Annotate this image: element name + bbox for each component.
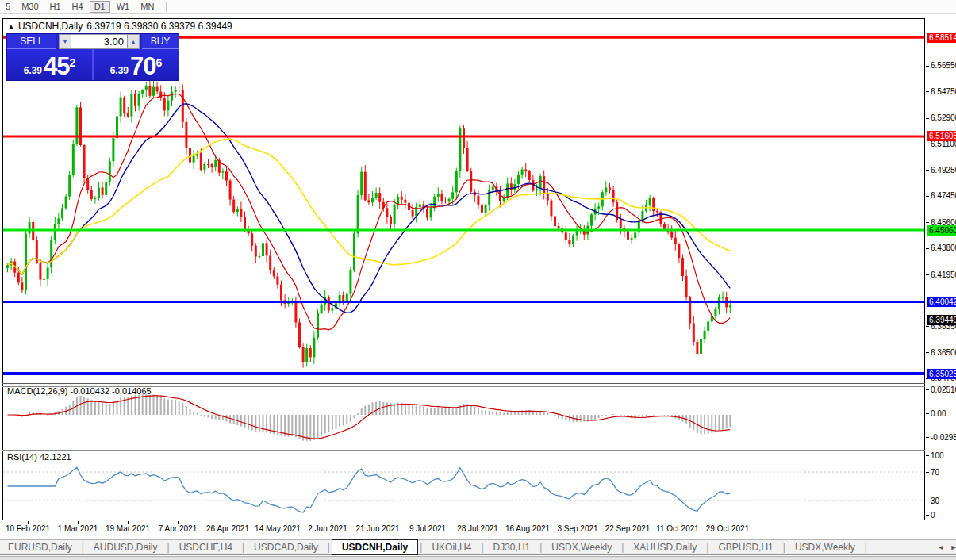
price-tick-label: 6.47450 (931, 191, 956, 200)
sell-price-big: 45 (44, 54, 69, 79)
rsi-level-label: 100 (931, 451, 956, 460)
price-level-badge-6.45060: 6.45060 (927, 225, 956, 236)
trade-panel-controls: SELL ▼ 3.00 ▲ BUY (7, 34, 179, 49)
chart-tab-gbpusd-h1[interactable]: GBPUSD,H1 (710, 541, 781, 554)
tab-divider: | (781, 542, 787, 553)
price-tick-mark (926, 196, 929, 197)
date-label: 22 Sep 2021 (605, 524, 651, 533)
chart-tab-xauusd-daily[interactable]: XAUUSD,Daily (625, 541, 705, 554)
price-tick-label: 6.41950 (931, 270, 956, 279)
date-label: 7 Apr 2021 (159, 524, 197, 533)
rsi-line (8, 467, 731, 512)
rsi-tick-mark (926, 472, 929, 473)
sell-price-pip: 2 (70, 57, 76, 68)
tab-divider: | (80, 542, 86, 553)
price-axis: 6.565506.547506.529006.511006.492506.474… (926, 0, 956, 560)
date-label: 21 Jun 2021 (355, 524, 399, 533)
chart-tab-eurusd-daily[interactable]: EURUSD,Daily (0, 541, 80, 554)
volume-increase-button[interactable]: ▲ (127, 34, 140, 49)
price-chart-canvas (0, 0, 956, 560)
window-bottom-strip (0, 556, 956, 560)
tab-divider: | (538, 542, 543, 553)
date-label: 2 Jun 2021 (308, 524, 347, 533)
rsi-tick-mark (926, 455, 929, 456)
candles-layer (6, 79, 731, 367)
price-tick-mark (926, 222, 929, 223)
chart-tab-usdchf-h4[interactable]: USDCHF,H4 (171, 541, 240, 554)
date-label: 1 Mar 2021 (58, 524, 98, 533)
price-tick-label: 6.36500 (931, 348, 956, 357)
chart-tab-audusd-daily[interactable]: AUDUSD,Daily (86, 541, 166, 554)
volume-decrease-button[interactable]: ▼ (59, 34, 71, 49)
buy-price-pip: 6 (156, 57, 163, 68)
tab-divider: | (240, 542, 246, 553)
buy-price-small: 6.39 (110, 63, 129, 79)
trade-panel-quotes: 6.39 45 2 6.39 70 6 (7, 49, 179, 80)
moving-average-45 (8, 139, 731, 274)
date-label: 14 May 2021 (255, 524, 301, 533)
buy-button[interactable]: BUY (142, 34, 179, 49)
date-label: 10 Feb 2021 (6, 524, 50, 533)
macd-tick-mark (926, 437, 929, 438)
chart-tab-usdx-weekly[interactable]: USDX,Weekly (787, 541, 863, 554)
macd-max-label: 0.025108 (931, 385, 956, 394)
date-label: 16 Aug 2021 (505, 524, 550, 533)
macd-tick-mark (926, 389, 929, 390)
price-level-badge-6.40042: 6.40042 (927, 297, 956, 307)
chart-tab-ukoil-h4[interactable]: UKOil,H4 (424, 541, 479, 554)
tab-divider: | (479, 542, 485, 553)
rsi-level-label: 0 (931, 511, 956, 520)
chart-title: ▲ USDCNH,Daily 6.39719 6.39830 6.39379 6… (8, 21, 232, 32)
tab-divider: | (326, 542, 332, 553)
price-tick-mark (926, 248, 929, 249)
buy-quote[interactable]: 6.39 70 6 (92, 49, 179, 80)
sell-quote[interactable]: 6.39 45 2 (7, 49, 92, 80)
tab-divider: | (418, 542, 424, 553)
chart-symbol-label: USDCNH,Daily (18, 21, 83, 32)
price-tick-mark (926, 144, 929, 144)
price-tick-mark (926, 326, 929, 327)
macd-zero-label: 0.00 (931, 409, 956, 418)
rsi-indicator-label: RSI(14) 42.1221 (7, 452, 71, 462)
price-tick-label: 6.43800 (931, 244, 956, 252)
chart-tab-usdcad-daily[interactable]: USDCAD,Daily (246, 541, 326, 554)
price-tick-mark (926, 66, 929, 67)
rsi-level-label: 70 (931, 468, 956, 477)
macd-tick-mark (926, 413, 929, 414)
tab-scroll-right-button[interactable]: ► (949, 543, 956, 552)
date-axis: 10 Feb 20211 Mar 202119 Mar 20217 Apr 20… (0, 520, 925, 535)
macd-signal-line (8, 396, 731, 439)
date-label: 3 Sep 2021 (557, 524, 597, 533)
date-label: 9 Jul 2021 (409, 524, 446, 533)
macd-histogram (8, 394, 731, 441)
rsi-level-label: 30 (931, 497, 956, 505)
chart-ohlc-values: 6.39719 6.39830 6.39379 6.39449 (86, 21, 232, 32)
tab-divider: | (705, 542, 710, 553)
date-label: 19 Mar 2021 (106, 524, 150, 533)
mt4-chart-window: { "toolbar": { "items": ["5", "M30", "H1… (0, 0, 956, 560)
collapse-triangle-icon[interactable]: ▲ (8, 23, 14, 30)
date-label: 26 Apr 2021 (206, 524, 249, 533)
price-tick-label: 6.56550 (931, 61, 956, 70)
price-tick-mark (926, 352, 929, 353)
price-tick-mark (926, 170, 929, 171)
sell-price-small: 6.39 (24, 63, 42, 79)
date-label: 29 Oct 2021 (706, 524, 749, 533)
macd-panel-splitter[interactable] (2, 383, 925, 384)
volume-input[interactable]: 3.00 (71, 34, 127, 49)
rsi-panel-splitter[interactable] (2, 447, 925, 447)
price-tick-label: 6.52900 (931, 113, 956, 122)
chart-tab-dj30-h1[interactable]: DJ30,H1 (486, 541, 539, 554)
buy-price-big: 70 (130, 54, 155, 79)
sell-button[interactable]: SELL (7, 34, 56, 49)
tab-divider: | (620, 542, 625, 553)
chart-tab-usdx-weekly[interactable]: USDX,Weekly (543, 541, 620, 554)
rsi-tick-mark (926, 501, 929, 501)
price-tick-label: 6.49250 (931, 166, 956, 175)
rsi-panel-splitter-edge (2, 450, 925, 451)
price-level-badge-6.58514: 6.58514 (927, 33, 956, 43)
tab-scroll-left-button[interactable]: ◄ (936, 543, 946, 552)
chart-tab-usdcnh-daily[interactable]: USDCNH,Daily (332, 539, 418, 555)
macd-min-label: -0.029884 (931, 433, 956, 442)
rsi-tick-mark (926, 515, 929, 516)
